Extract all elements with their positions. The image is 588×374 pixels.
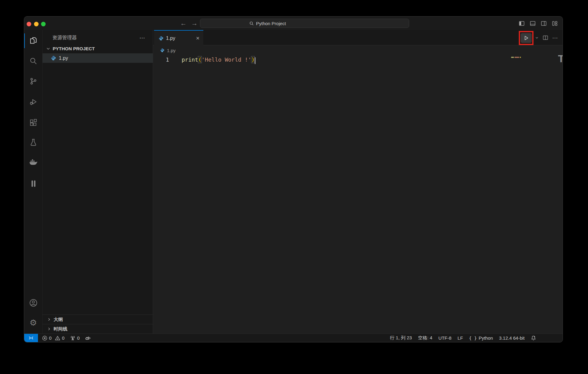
python-interpreter-indicator[interactable]: 3.12.4 64-bit [499,335,525,341]
search-icon [249,21,254,26]
language-label: Python [479,335,493,341]
minimap[interactable] [511,57,521,58]
python-file-icon [159,36,164,41]
back-arrow-icon: ← [180,20,187,27]
forward-arrow-icon: → [191,20,198,27]
breadcrumb-file-label: 1.py [167,48,175,53]
eol-indicator[interactable]: LF [458,335,463,341]
error-count: 0 [49,335,51,341]
breadcrumb[interactable]: 1.py [153,45,563,55]
outline-pane-label: 大纲 [54,317,63,322]
account-icon [29,299,38,307]
toggle-primary-sidebar-icon[interactable] [519,21,525,26]
sidebar-item-testing[interactable] [24,135,42,150]
annotation-highlight-box [519,31,533,45]
minimap-code-mark [514,57,519,58]
sidebar-item-search[interactable] [24,54,42,68]
pause-bars-icon [30,179,37,188]
outline-pane-header[interactable]: 大纲 [43,315,153,324]
testing-flask-icon [29,138,37,146]
history-forward-button[interactable]: → [191,17,198,30]
error-icon [42,335,47,341]
account-button[interactable] [24,296,42,310]
warning-count: 0 [62,335,64,341]
cursor-position-indicator[interactable]: 行 1, 列 23 [390,335,412,341]
encoding-indicator[interactable]: UTF-8 [439,335,452,341]
problems-indicator[interactable]: 0 0 [42,335,65,341]
title-bar: ← → Python Project [24,17,563,30]
settings-gear-icon: ⚙ [29,319,37,327]
status-bar: 0 0 0 [24,334,563,342]
sidebar-item-source-control[interactable] [24,74,42,89]
command-center-search[interactable]: Python Project [200,19,409,28]
debug-icon [85,335,91,341]
chevron-down-icon [46,46,51,51]
ports-count: 0 [77,335,80,341]
zoom-window-button[interactable] [41,22,46,26]
activity-bar: ⚙ [24,30,43,334]
split-editor-icon[interactable] [543,35,548,40]
toggle-panel-icon[interactable] [530,21,536,26]
file-name-label: 1.py [59,55,68,61]
code-token-print: print [182,56,198,63]
python-file-icon [51,55,56,61]
code-line-1: 1 print('Hello World !') [153,56,563,63]
files-icon [29,36,37,44]
more-actions-icon[interactable]: ⋯ [139,34,145,41]
settings-button[interactable]: ⚙ [24,315,42,330]
code-token-open-paren: ( [198,56,202,63]
history-back-button[interactable]: ← [180,17,187,30]
sidebar-title: 资源管理器 [52,35,77,41]
sidebar-item-explorer[interactable] [24,33,42,48]
sidebar-item-run-debug[interactable] [24,94,42,109]
text-cursor [255,57,255,64]
minimize-window-button[interactable] [34,22,39,26]
command-center-label: Python Project [256,21,286,26]
broadcast-tower-icon [70,335,76,341]
run-dropdown-chevron-icon[interactable] [535,36,539,40]
close-window-button[interactable] [27,22,31,26]
run-debug-icon [29,98,37,106]
code-editor[interactable]: 1 print('Hello World !') T [153,55,563,334]
run-python-file-button[interactable] [521,33,532,43]
vscode-window: ← → Python Project [24,16,563,342]
toggle-secondary-sidebar-icon[interactable] [541,21,547,26]
folder-section-label: PYTHON PROJECT [53,46,95,51]
folder-section-header[interactable]: PYTHON PROJECT [43,44,153,53]
explorer-sidebar: 资源管理器 ⋯ PYTHON PROJECT [43,30,153,334]
remote-indicator[interactable] [24,334,38,342]
tab-label: 1.py [166,36,175,41]
minimap-code-mark [520,57,521,58]
timeline-pane-header[interactable]: 时间线 [43,324,153,334]
more-actions-icon[interactable]: ⋯ [552,34,558,41]
notifications-bell-icon[interactable] [531,335,536,341]
ports-indicator[interactable]: 0 [70,335,80,341]
tab-1py[interactable]: 1.py ✕ [154,30,203,46]
extensions-icon [29,119,37,127]
editor-actions: ⋯ [519,30,558,45]
code-token-close-paren: ) [251,56,255,63]
sidebar-item-extensions[interactable] [24,115,42,130]
remote-icon [28,335,34,341]
code-token-string: 'Hello World !' [202,56,251,63]
file-row-1py[interactable]: 1.py [43,53,153,63]
close-icon[interactable]: ✕ [196,36,200,41]
desktop-background: ← → Python Project [0,0,588,374]
customize-layout-icon[interactable] [552,21,558,26]
editor-group: 1.py ✕ [153,30,563,334]
sidebar-item-docker[interactable] [24,154,42,169]
search-icon [29,57,37,65]
indentation-indicator[interactable]: 空格: 4 [418,335,432,341]
sidebar-item-pause-bars[interactable] [24,176,42,191]
docker-whale-icon [29,157,38,166]
braces-icon: { } [469,336,477,341]
timeline-pane-label: 时间线 [54,326,67,332]
tab-bar: 1.py ✕ [153,30,563,45]
python-file-icon [160,48,164,52]
language-mode-indicator[interactable]: { } Python [469,335,493,341]
warning-icon [55,335,60,341]
chevron-right-icon [47,317,51,322]
source-control-icon [29,77,37,85]
debug-status-button[interactable] [85,335,91,341]
cropped-overlay-letter: T [558,53,563,65]
